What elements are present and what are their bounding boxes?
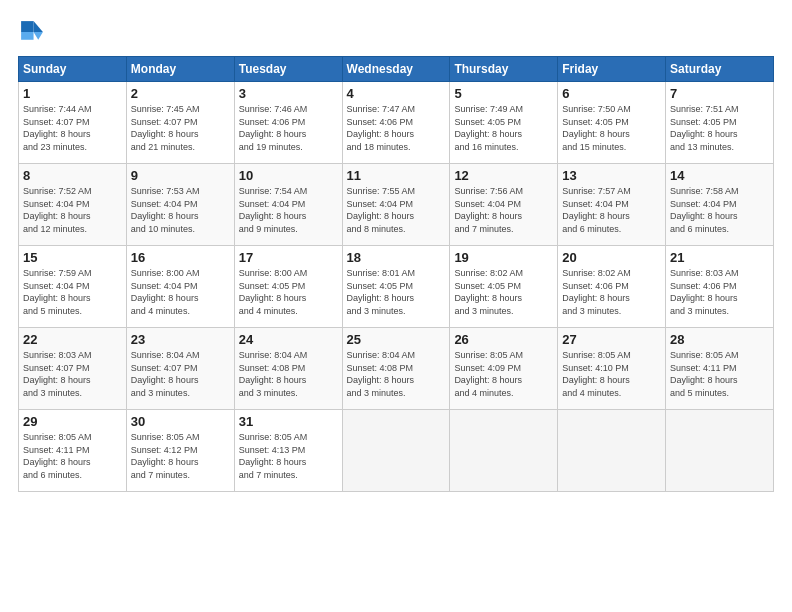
day-info: Sunrise: 8:05 AM Sunset: 4:11 PM Dayligh…	[23, 431, 122, 481]
day-number: 31	[239, 414, 338, 429]
calendar-body: 1Sunrise: 7:44 AM Sunset: 4:07 PM Daylig…	[19, 82, 774, 492]
day-number: 4	[347, 86, 446, 101]
day-info: Sunrise: 7:54 AM Sunset: 4:04 PM Dayligh…	[239, 185, 338, 235]
day-number: 20	[562, 250, 661, 265]
weekday-header-saturday: Saturday	[666, 57, 774, 82]
day-number: 29	[23, 414, 122, 429]
day-info: Sunrise: 7:51 AM Sunset: 4:05 PM Dayligh…	[670, 103, 769, 153]
calendar-cell: 10Sunrise: 7:54 AM Sunset: 4:04 PM Dayli…	[234, 164, 342, 246]
day-number: 17	[239, 250, 338, 265]
weekday-header-thursday: Thursday	[450, 57, 558, 82]
day-info: Sunrise: 8:05 AM Sunset: 4:11 PM Dayligh…	[670, 349, 769, 399]
calendar-cell: 15Sunrise: 7:59 AM Sunset: 4:04 PM Dayli…	[19, 246, 127, 328]
day-number: 14	[670, 168, 769, 183]
calendar-cell: 8Sunrise: 7:52 AM Sunset: 4:04 PM Daylig…	[19, 164, 127, 246]
weekday-header-sunday: Sunday	[19, 57, 127, 82]
weekday-header-tuesday: Tuesday	[234, 57, 342, 82]
day-number: 8	[23, 168, 122, 183]
day-number: 9	[131, 168, 230, 183]
day-info: Sunrise: 7:45 AM Sunset: 4:07 PM Dayligh…	[131, 103, 230, 153]
svg-marker-1	[34, 32, 43, 40]
day-number: 22	[23, 332, 122, 347]
day-number: 2	[131, 86, 230, 101]
calendar-cell: 12Sunrise: 7:56 AM Sunset: 4:04 PM Dayli…	[450, 164, 558, 246]
day-info: Sunrise: 8:05 AM Sunset: 4:10 PM Dayligh…	[562, 349, 661, 399]
day-number: 26	[454, 332, 553, 347]
calendar-cell: 11Sunrise: 7:55 AM Sunset: 4:04 PM Dayli…	[342, 164, 450, 246]
day-info: Sunrise: 7:47 AM Sunset: 4:06 PM Dayligh…	[347, 103, 446, 153]
day-number: 16	[131, 250, 230, 265]
weekday-header-wednesday: Wednesday	[342, 57, 450, 82]
day-info: Sunrise: 7:58 AM Sunset: 4:04 PM Dayligh…	[670, 185, 769, 235]
day-info: Sunrise: 8:03 AM Sunset: 4:06 PM Dayligh…	[670, 267, 769, 317]
calendar-cell: 26Sunrise: 8:05 AM Sunset: 4:09 PM Dayli…	[450, 328, 558, 410]
calendar-cell: 13Sunrise: 7:57 AM Sunset: 4:04 PM Dayli…	[558, 164, 666, 246]
svg-rect-2	[21, 21, 33, 32]
svg-marker-0	[34, 21, 43, 32]
svg-rect-3	[21, 32, 33, 40]
logo-icon	[18, 18, 46, 46]
calendar-header: SundayMondayTuesdayWednesdayThursdayFrid…	[19, 57, 774, 82]
calendar-cell: 19Sunrise: 8:02 AM Sunset: 4:05 PM Dayli…	[450, 246, 558, 328]
calendar-cell	[558, 410, 666, 492]
day-number: 15	[23, 250, 122, 265]
day-number: 19	[454, 250, 553, 265]
day-info: Sunrise: 8:04 AM Sunset: 4:07 PM Dayligh…	[131, 349, 230, 399]
calendar-cell: 2Sunrise: 7:45 AM Sunset: 4:07 PM Daylig…	[126, 82, 234, 164]
calendar-cell: 4Sunrise: 7:47 AM Sunset: 4:06 PM Daylig…	[342, 82, 450, 164]
calendar-cell	[666, 410, 774, 492]
calendar-cell: 29Sunrise: 8:05 AM Sunset: 4:11 PM Dayli…	[19, 410, 127, 492]
day-info: Sunrise: 8:03 AM Sunset: 4:07 PM Dayligh…	[23, 349, 122, 399]
day-info: Sunrise: 7:55 AM Sunset: 4:04 PM Dayligh…	[347, 185, 446, 235]
calendar-cell: 25Sunrise: 8:04 AM Sunset: 4:08 PM Dayli…	[342, 328, 450, 410]
page: SundayMondayTuesdayWednesdayThursdayFrid…	[0, 0, 792, 612]
header	[18, 18, 774, 46]
day-info: Sunrise: 8:05 AM Sunset: 4:13 PM Dayligh…	[239, 431, 338, 481]
calendar-cell: 14Sunrise: 7:58 AM Sunset: 4:04 PM Dayli…	[666, 164, 774, 246]
logo	[18, 18, 50, 46]
calendar-week-2: 8Sunrise: 7:52 AM Sunset: 4:04 PM Daylig…	[19, 164, 774, 246]
day-info: Sunrise: 8:05 AM Sunset: 4:09 PM Dayligh…	[454, 349, 553, 399]
calendar-cell: 31Sunrise: 8:05 AM Sunset: 4:13 PM Dayli…	[234, 410, 342, 492]
day-number: 24	[239, 332, 338, 347]
day-info: Sunrise: 7:53 AM Sunset: 4:04 PM Dayligh…	[131, 185, 230, 235]
day-number: 1	[23, 86, 122, 101]
calendar-week-4: 22Sunrise: 8:03 AM Sunset: 4:07 PM Dayli…	[19, 328, 774, 410]
calendar-cell: 18Sunrise: 8:01 AM Sunset: 4:05 PM Dayli…	[342, 246, 450, 328]
calendar: SundayMondayTuesdayWednesdayThursdayFrid…	[18, 56, 774, 492]
day-info: Sunrise: 7:50 AM Sunset: 4:05 PM Dayligh…	[562, 103, 661, 153]
day-info: Sunrise: 8:01 AM Sunset: 4:05 PM Dayligh…	[347, 267, 446, 317]
day-info: Sunrise: 8:04 AM Sunset: 4:08 PM Dayligh…	[347, 349, 446, 399]
day-number: 28	[670, 332, 769, 347]
calendar-cell: 3Sunrise: 7:46 AM Sunset: 4:06 PM Daylig…	[234, 82, 342, 164]
calendar-cell: 16Sunrise: 8:00 AM Sunset: 4:04 PM Dayli…	[126, 246, 234, 328]
day-number: 27	[562, 332, 661, 347]
calendar-cell: 17Sunrise: 8:00 AM Sunset: 4:05 PM Dayli…	[234, 246, 342, 328]
day-info: Sunrise: 8:00 AM Sunset: 4:04 PM Dayligh…	[131, 267, 230, 317]
day-info: Sunrise: 8:00 AM Sunset: 4:05 PM Dayligh…	[239, 267, 338, 317]
day-number: 25	[347, 332, 446, 347]
calendar-cell: 9Sunrise: 7:53 AM Sunset: 4:04 PM Daylig…	[126, 164, 234, 246]
day-number: 7	[670, 86, 769, 101]
day-info: Sunrise: 8:02 AM Sunset: 4:05 PM Dayligh…	[454, 267, 553, 317]
day-info: Sunrise: 7:56 AM Sunset: 4:04 PM Dayligh…	[454, 185, 553, 235]
day-number: 12	[454, 168, 553, 183]
day-number: 10	[239, 168, 338, 183]
calendar-cell: 21Sunrise: 8:03 AM Sunset: 4:06 PM Dayli…	[666, 246, 774, 328]
calendar-cell: 5Sunrise: 7:49 AM Sunset: 4:05 PM Daylig…	[450, 82, 558, 164]
day-info: Sunrise: 7:52 AM Sunset: 4:04 PM Dayligh…	[23, 185, 122, 235]
day-number: 13	[562, 168, 661, 183]
day-number: 5	[454, 86, 553, 101]
calendar-cell	[342, 410, 450, 492]
day-number: 30	[131, 414, 230, 429]
calendar-cell: 7Sunrise: 7:51 AM Sunset: 4:05 PM Daylig…	[666, 82, 774, 164]
day-number: 11	[347, 168, 446, 183]
weekday-header-monday: Monday	[126, 57, 234, 82]
day-info: Sunrise: 7:46 AM Sunset: 4:06 PM Dayligh…	[239, 103, 338, 153]
calendar-cell: 23Sunrise: 8:04 AM Sunset: 4:07 PM Dayli…	[126, 328, 234, 410]
calendar-cell: 6Sunrise: 7:50 AM Sunset: 4:05 PM Daylig…	[558, 82, 666, 164]
day-number: 21	[670, 250, 769, 265]
day-info: Sunrise: 8:02 AM Sunset: 4:06 PM Dayligh…	[562, 267, 661, 317]
day-info: Sunrise: 7:59 AM Sunset: 4:04 PM Dayligh…	[23, 267, 122, 317]
day-info: Sunrise: 8:05 AM Sunset: 4:12 PM Dayligh…	[131, 431, 230, 481]
